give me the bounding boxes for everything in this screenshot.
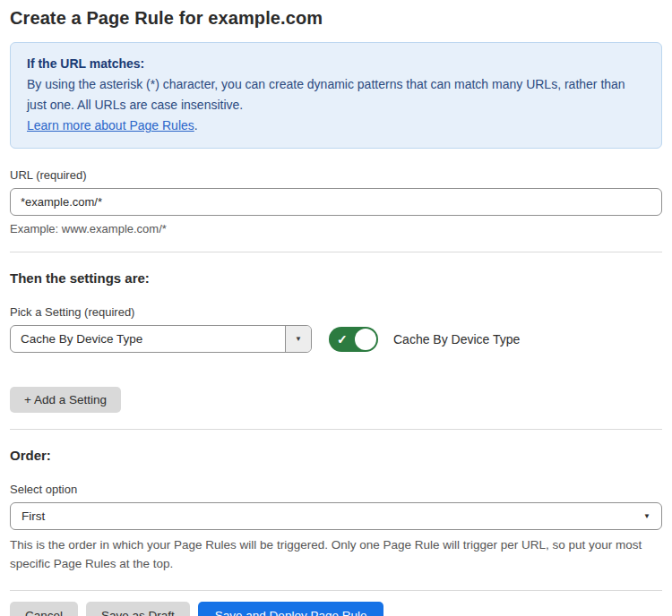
- setting-picker-dropdown[interactable]: Cache By Device Type ▼: [10, 325, 312, 353]
- save-as-draft-button[interactable]: Save as Draft: [86, 602, 190, 616]
- setting-picker-arrow-button[interactable]: ▼: [285, 326, 311, 352]
- url-field-label: URL (required): [10, 168, 662, 182]
- order-help-text: This is the order in which your Page Rul…: [10, 535, 655, 573]
- cancel-button[interactable]: Cancel: [10, 602, 78, 616]
- settings-section-heading: Then the settings are:: [10, 270, 662, 286]
- footer-actions: Cancel Save as Draft Save and Deploy Pag…: [10, 602, 662, 616]
- url-match-info-box: If the URL matches: By using the asteris…: [10, 42, 662, 149]
- info-box-body: By using the asterisk (*) character, you…: [27, 74, 645, 116]
- divider: [10, 252, 662, 252]
- toggle-knob: [355, 329, 376, 350]
- order-select-value: First: [22, 509, 45, 523]
- learn-more-link[interactable]: Learn more about Page Rules: [27, 118, 194, 133]
- chevron-down-icon: ▼: [295, 335, 302, 343]
- url-example-hint: Example: www.example.com/*: [10, 222, 662, 235]
- add-setting-button[interactable]: + Add a Setting: [10, 387, 121, 413]
- page-title: Create a Page Rule for example.com: [10, 8, 662, 29]
- order-section-heading: Order:: [10, 448, 662, 463]
- pick-setting-label: Pick a Setting (required): [10, 305, 662, 319]
- cache-by-device-type-toggle[interactable]: ✓: [329, 327, 378, 352]
- save-and-deploy-button[interactable]: Save and Deploy Page Rule: [198, 602, 384, 616]
- link-suffix: .: [194, 118, 198, 133]
- url-input[interactable]: [10, 188, 662, 216]
- setting-picker-value: Cache By Device Type: [11, 326, 285, 352]
- chevron-down-icon: ▼: [643, 512, 650, 520]
- toggle-label: Cache By Device Type: [393, 332, 520, 346]
- order-select-dropdown[interactable]: First ▼: [10, 502, 662, 530]
- create-page-rule-form: Create a Page Rule for example.com If th…: [0, 8, 672, 616]
- info-box-heading: If the URL matches:: [27, 54, 645, 74]
- setting-row: Cache By Device Type ▼ ✓ Cache By Device…: [10, 325, 662, 353]
- checkmark-icon: ✓: [337, 332, 348, 345]
- info-box-link-line: Learn more about Page Rules.: [27, 116, 645, 136]
- divider: [10, 590, 662, 591]
- divider: [10, 429, 662, 430]
- order-select-label: Select option: [10, 483, 662, 496]
